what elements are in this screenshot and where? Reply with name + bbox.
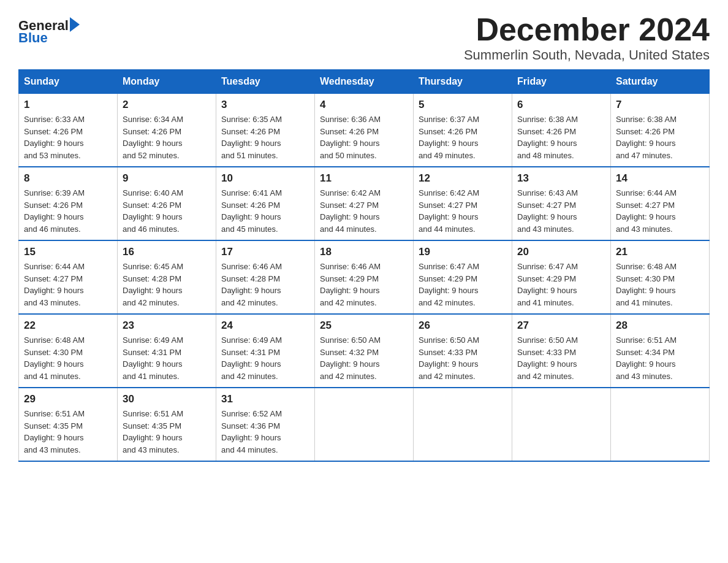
day-number: 27 xyxy=(517,320,605,332)
calendar-cell: 3 Sunrise: 6:35 AMSunset: 4:26 PMDayligh… xyxy=(216,94,315,167)
calendar-cell: 28 Sunrise: 6:51 AMSunset: 4:34 PMDaylig… xyxy=(611,314,710,388)
day-number: 21 xyxy=(616,246,704,258)
day-number: 15 xyxy=(24,246,112,258)
calendar-cell: 29 Sunrise: 6:51 AMSunset: 4:35 PMDaylig… xyxy=(19,388,118,461)
day-number: 19 xyxy=(419,246,507,258)
day-info: Sunrise: 6:36 AMSunset: 4:26 PMDaylight:… xyxy=(320,115,381,160)
day-info: Sunrise: 6:42 AMSunset: 4:27 PMDaylight:… xyxy=(419,188,479,234)
calendar-cell xyxy=(414,388,512,461)
day-info: Sunrise: 6:42 AMSunset: 4:27 PMDaylight:… xyxy=(320,188,381,234)
calendar-cell: 11 Sunrise: 6:42 AMSunset: 4:27 PMDaylig… xyxy=(315,167,414,240)
day-number: 5 xyxy=(419,99,507,111)
calendar-week-2: 8 Sunrise: 6:39 AMSunset: 4:26 PMDayligh… xyxy=(19,167,710,240)
calendar-cell: 19 Sunrise: 6:47 AMSunset: 4:29 PMDaylig… xyxy=(414,240,512,314)
day-number: 20 xyxy=(517,246,605,258)
weekday-header-monday: Monday xyxy=(118,70,216,94)
calendar-cell: 1 Sunrise: 6:33 AMSunset: 4:26 PMDayligh… xyxy=(19,94,118,167)
day-info: Sunrise: 6:51 AMSunset: 4:35 PMDaylight:… xyxy=(123,409,183,454)
day-number: 14 xyxy=(616,172,704,185)
weekday-header-saturday: Saturday xyxy=(611,70,710,94)
weekday-header-friday: Friday xyxy=(512,70,611,94)
calendar-cell: 24 Sunrise: 6:49 AMSunset: 4:31 PMDaylig… xyxy=(216,314,315,388)
calendar-week-5: 29 Sunrise: 6:51 AMSunset: 4:35 PMDaylig… xyxy=(19,388,710,461)
day-info: Sunrise: 6:38 AMSunset: 4:26 PMDaylight:… xyxy=(616,115,677,160)
day-info: Sunrise: 6:43 AMSunset: 4:27 PMDaylight:… xyxy=(517,188,578,234)
day-number: 31 xyxy=(221,393,309,405)
calendar-cell: 2 Sunrise: 6:34 AMSunset: 4:26 PMDayligh… xyxy=(118,94,216,167)
logo-blue: Blue xyxy=(18,31,48,45)
calendar-cell: 27 Sunrise: 6:50 AMSunset: 4:33 PMDaylig… xyxy=(512,314,611,388)
day-info: Sunrise: 6:50 AMSunset: 4:33 PMDaylight:… xyxy=(517,335,578,381)
page-header: General Blue December 2024 Summerlin Sou… xyxy=(18,12,710,63)
day-number: 1 xyxy=(24,99,112,111)
day-number: 4 xyxy=(320,99,408,111)
day-info: Sunrise: 6:44 AMSunset: 4:27 PMDaylight:… xyxy=(24,262,85,307)
weekday-header-wednesday: Wednesday xyxy=(315,70,414,94)
day-info: Sunrise: 6:47 AMSunset: 4:29 PMDaylight:… xyxy=(517,262,578,307)
calendar-cell: 16 Sunrise: 6:45 AMSunset: 4:28 PMDaylig… xyxy=(118,240,216,314)
calendar-cell: 31 Sunrise: 6:52 AMSunset: 4:36 PMDaylig… xyxy=(216,388,315,461)
day-info: Sunrise: 6:39 AMSunset: 4:26 PMDaylight:… xyxy=(24,188,85,234)
calendar-cell: 22 Sunrise: 6:48 AMSunset: 4:30 PMDaylig… xyxy=(19,314,118,388)
calendar-week-1: 1 Sunrise: 6:33 AMSunset: 4:26 PMDayligh… xyxy=(19,94,710,167)
day-number: 23 xyxy=(123,320,211,332)
day-number: 26 xyxy=(419,320,507,332)
calendar-table: SundayMondayTuesdayWednesdayThursdayFrid… xyxy=(18,69,710,462)
day-info: Sunrise: 6:33 AMSunset: 4:26 PMDaylight:… xyxy=(24,115,85,160)
weekday-header-thursday: Thursday xyxy=(414,70,512,94)
weekday-header-tuesday: Tuesday xyxy=(216,70,315,94)
calendar-cell: 14 Sunrise: 6:44 AMSunset: 4:27 PMDaylig… xyxy=(611,167,710,240)
page-title: December 2024 xyxy=(464,12,710,47)
day-number: 17 xyxy=(221,246,309,258)
calendar-cell: 7 Sunrise: 6:38 AMSunset: 4:26 PMDayligh… xyxy=(611,94,710,167)
day-number: 22 xyxy=(24,320,112,332)
day-info: Sunrise: 6:49 AMSunset: 4:31 PMDaylight:… xyxy=(123,335,183,381)
day-info: Sunrise: 6:34 AMSunset: 4:26 PMDaylight:… xyxy=(123,115,183,160)
logo: General Blue xyxy=(18,18,80,45)
day-info: Sunrise: 6:50 AMSunset: 4:33 PMDaylight:… xyxy=(419,335,479,381)
calendar-cell: 23 Sunrise: 6:49 AMSunset: 4:31 PMDaylig… xyxy=(118,314,216,388)
day-info: Sunrise: 6:46 AMSunset: 4:28 PMDaylight:… xyxy=(221,262,282,307)
day-number: 8 xyxy=(24,172,112,185)
day-number: 10 xyxy=(221,172,309,185)
calendar-week-4: 22 Sunrise: 6:48 AMSunset: 4:30 PMDaylig… xyxy=(19,314,710,388)
calendar-cell: 21 Sunrise: 6:48 AMSunset: 4:30 PMDaylig… xyxy=(611,240,710,314)
calendar-cell: 20 Sunrise: 6:47 AMSunset: 4:29 PMDaylig… xyxy=(512,240,611,314)
day-number: 28 xyxy=(616,320,704,332)
day-number: 9 xyxy=(123,172,211,185)
day-info: Sunrise: 6:50 AMSunset: 4:32 PMDaylight:… xyxy=(320,335,381,381)
day-info: Sunrise: 6:51 AMSunset: 4:35 PMDaylight:… xyxy=(24,409,85,454)
weekday-header-sunday: Sunday xyxy=(19,70,118,94)
calendar-cell: 17 Sunrise: 6:46 AMSunset: 4:28 PMDaylig… xyxy=(216,240,315,314)
calendar-cell: 30 Sunrise: 6:51 AMSunset: 4:35 PMDaylig… xyxy=(118,388,216,461)
day-number: 16 xyxy=(123,246,211,258)
day-number: 2 xyxy=(123,99,211,111)
calendar-cell: 9 Sunrise: 6:40 AMSunset: 4:26 PMDayligh… xyxy=(118,167,216,240)
page-subtitle: Summerlin South, Nevada, United States xyxy=(464,47,710,63)
day-info: Sunrise: 6:38 AMSunset: 4:26 PMDaylight:… xyxy=(517,115,578,160)
day-info: Sunrise: 6:48 AMSunset: 4:30 PMDaylight:… xyxy=(24,335,85,381)
calendar-cell: 8 Sunrise: 6:39 AMSunset: 4:26 PMDayligh… xyxy=(19,167,118,240)
calendar-week-3: 15 Sunrise: 6:44 AMSunset: 4:27 PMDaylig… xyxy=(19,240,710,314)
calendar-cell: 18 Sunrise: 6:46 AMSunset: 4:29 PMDaylig… xyxy=(315,240,414,314)
day-number: 7 xyxy=(616,99,704,111)
day-info: Sunrise: 6:49 AMSunset: 4:31 PMDaylight:… xyxy=(221,335,282,381)
day-number: 25 xyxy=(320,320,408,332)
day-number: 29 xyxy=(24,393,112,405)
day-number: 24 xyxy=(221,320,309,332)
day-info: Sunrise: 6:44 AMSunset: 4:27 PMDaylight:… xyxy=(616,188,677,234)
day-info: Sunrise: 6:41 AMSunset: 4:26 PMDaylight:… xyxy=(221,188,282,234)
calendar-cell: 6 Sunrise: 6:38 AMSunset: 4:26 PMDayligh… xyxy=(512,94,611,167)
day-info: Sunrise: 6:40 AMSunset: 4:26 PMDaylight:… xyxy=(123,188,183,234)
day-info: Sunrise: 6:47 AMSunset: 4:29 PMDaylight:… xyxy=(419,262,479,307)
title-block: December 2024 Summerlin South, Nevada, U… xyxy=(464,12,710,63)
calendar-cell: 15 Sunrise: 6:44 AMSunset: 4:27 PMDaylig… xyxy=(19,240,118,314)
calendar-cell: 5 Sunrise: 6:37 AMSunset: 4:26 PMDayligh… xyxy=(414,94,512,167)
calendar-cell: 10 Sunrise: 6:41 AMSunset: 4:26 PMDaylig… xyxy=(216,167,315,240)
day-number: 12 xyxy=(419,172,507,185)
day-info: Sunrise: 6:37 AMSunset: 4:26 PMDaylight:… xyxy=(419,115,479,160)
calendar-cell xyxy=(611,388,710,461)
calendar-cell: 26 Sunrise: 6:50 AMSunset: 4:33 PMDaylig… xyxy=(414,314,512,388)
calendar-cell xyxy=(512,388,611,461)
day-number: 30 xyxy=(123,393,211,405)
